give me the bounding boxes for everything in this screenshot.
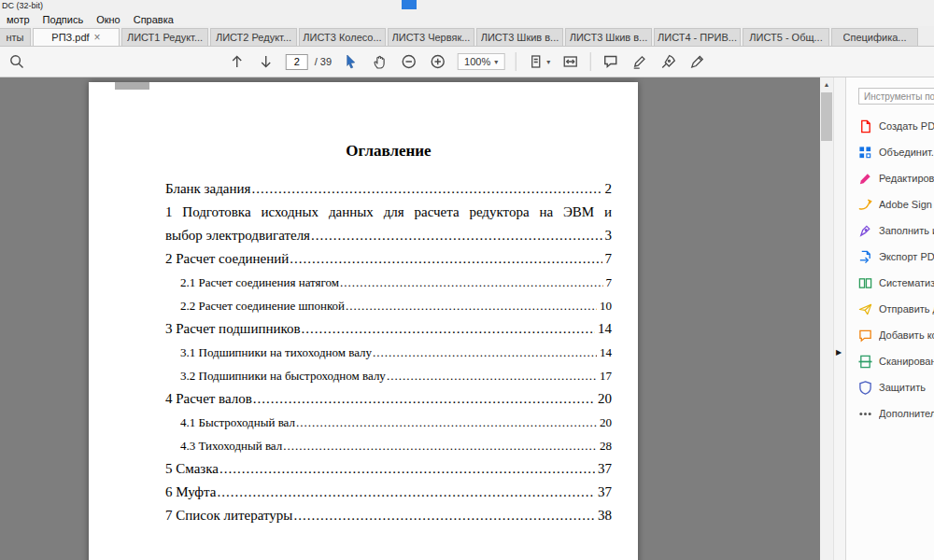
tool-item[interactable]: Сканирован...: [858, 348, 934, 374]
tools-search-input[interactable]: [858, 88, 934, 105]
zoom-in-icon[interactable]: [429, 52, 447, 71]
toc-entry-label: 3.1 Подшипники на тихоходном валу: [180, 341, 372, 364]
document-tab[interactable]: ЛИСТ2 Редукт...: [210, 28, 297, 47]
page-display-mode-dropdown[interactable]: ▾: [526, 52, 550, 71]
menu-item[interactable]: Окно: [90, 14, 127, 25]
tool-item[interactable]: Редактирова...: [858, 165, 934, 191]
document-tab[interactable]: ЛИСТ5 - Общ...: [743, 28, 829, 47]
select-tool-icon[interactable]: [342, 52, 361, 71]
document-tab[interactable]: ЛИСТ3 Червяк...: [388, 28, 474, 47]
toc-entry-row: 6 Муфта.................................…: [165, 481, 612, 504]
vertical-scrollbar[interactable]: ▲: [820, 77, 833, 560]
tab-label: РПЗ.pdf: [51, 32, 89, 43]
tool-item[interactable]: Добавить ко...: [858, 322, 934, 348]
document-tab[interactable]: ЛИСТ3 Шкив в...: [565, 28, 652, 47]
document-tab[interactable]: нты: [0, 28, 31, 47]
tab-label: ЛИСТ5 - Общ...: [749, 32, 822, 43]
document-tab[interactable]: ЛИСТ3 Колесо...: [299, 28, 386, 47]
toc-leader-dots: ........................................…: [219, 457, 595, 481]
tab-label: ЛИСТ3 Шкив в...: [481, 32, 559, 43]
document-heading: Оглавление: [165, 140, 612, 162]
tool-item[interactable]: Заполнить и...: [858, 217, 934, 244]
fill-sign-tool-icon[interactable]: [687, 52, 706, 71]
tool-item[interactable]: Дополнител...: [858, 400, 934, 427]
toc-entry-row: 3.2 Подшипники на быстроходном валу ....…: [180, 364, 612, 387]
sign-tool-icon[interactable]: [658, 52, 677, 71]
toc-entry-label: 4.1 Быстроходный вал: [180, 411, 295, 434]
toc-entry-label: 4.3 Тихоходный вал: [180, 434, 282, 457]
toc-page-number: 37: [596, 481, 612, 504]
document-tab[interactable]: Специфика...: [831, 28, 918, 47]
document-tab[interactable]: ЛИСТ1 Редукт...: [121, 28, 208, 47]
toc-entry: 1 Подготовка исходных данных для расчета…: [165, 201, 612, 247]
toc-leader-dots: ........................................…: [296, 411, 597, 434]
toc-entry: Бланк задания...........................…: [165, 177, 612, 201]
toolbar-divider: [515, 52, 516, 71]
previous-page-icon[interactable]: [228, 52, 247, 71]
comment-tool-icon[interactable]: [601, 52, 619, 71]
tool-label: Заполнить и...: [879, 225, 934, 236]
page-number-input[interactable]: [286, 54, 308, 70]
tool-item[interactable]: Создать PDF: [858, 113, 934, 139]
tab-label: ЛИСТ3 Шкив в...: [570, 32, 648, 43]
toc-entry-row: выбор электродвигателя..................…: [165, 224, 612, 247]
tool-label: Дополнител...: [879, 408, 934, 419]
highlight-tool-icon[interactable]: [630, 52, 648, 71]
toc-page-number: 17: [598, 364, 612, 387]
toc-entry-line1: 1 Подготовка исходных данных для расчета…: [165, 201, 612, 224]
tools-panel: Создать PDFОбъединит...Редактирова...Ado…: [845, 77, 934, 560]
toc-leader-dots: ........................................…: [346, 294, 597, 317]
tools-list: Создать PDFОбъединит...Редактирова...Ado…: [858, 113, 934, 427]
tool-item[interactable]: Защитить: [858, 374, 934, 400]
toc-page-number: 2: [603, 177, 613, 201]
zoom-out-icon[interactable]: [400, 52, 418, 71]
page-top-artifact: [115, 82, 149, 90]
tool-item[interactable]: Adobe Sign: [858, 191, 934, 217]
toc-entry-row: 2 Расчет соединений.....................…: [165, 247, 612, 271]
add-comment-icon: [858, 329, 872, 343]
toc-entry: 4.1 Быстроходный вал....................…: [165, 411, 612, 434]
combine-files-icon: [858, 146, 872, 160]
tool-item[interactable]: Объединит...: [858, 139, 934, 165]
toc-leader-dots: ........................................…: [373, 341, 597, 364]
toc-entry-row: 2.1 Расчет соединения натягом...........…: [180, 271, 612, 294]
tab-label: нты: [6, 32, 23, 43]
toc-leader-dots: ........................................…: [290, 247, 601, 271]
hand-tool-icon[interactable]: [371, 52, 389, 71]
fit-width-icon[interactable]: [560, 52, 579, 71]
document-tab[interactable]: РПЗ.pdf×: [33, 28, 120, 47]
search-icon[interactable]: [7, 52, 26, 71]
document-tab[interactable]: ЛИСТ3 Шкив в...: [476, 28, 563, 47]
toc-entry-row: 4.3 Тихоходный вал......................…: [180, 434, 612, 457]
titlebar-artifact: [402, 0, 417, 9]
menu-item[interactable]: Справка: [127, 14, 180, 25]
document-area: Оглавление Бланк задания................…: [0, 77, 820, 560]
toc-entry: 2.2 Расчет соединение шпонкой...........…: [165, 294, 612, 317]
toc-entry-row: 4 Расчет валов..........................…: [165, 387, 612, 411]
tool-item[interactable]: Систематизи...: [858, 270, 934, 296]
collapse-panel-icon[interactable]: ▶: [836, 348, 842, 357]
toc-entry: 3 Расчет подшипников....................…: [165, 317, 612, 341]
window-titlebar: DC (32-bit): [0, 0, 934, 12]
scroll-up-arrow-icon[interactable]: ▲: [820, 77, 833, 91]
toc-page-number: 14: [598, 341, 612, 364]
toolbar-divider: [589, 52, 590, 71]
toc-entry-label: 2.2 Расчет соединение шпонкой: [180, 294, 345, 317]
tool-item[interactable]: Экспорт PDF: [858, 244, 934, 270]
tab-label: ЛИСТ4 - ПРИВ...: [658, 32, 737, 43]
zoom-level-dropdown[interactable]: 100% ▾: [458, 53, 504, 70]
document-tab[interactable]: ЛИСТ4 - ПРИВ...: [654, 28, 741, 47]
menubar: мотрПодписьОкноСправка: [0, 12, 934, 26]
scrollbar-thumb[interactable]: [821, 92, 832, 141]
toc-entry-label: 6 Муфта: [165, 481, 216, 504]
next-page-icon[interactable]: [257, 52, 276, 71]
close-tab-icon[interactable]: ×: [94, 33, 101, 42]
toc-leader-dots: ........................................…: [217, 481, 595, 504]
tool-item[interactable]: Отправить д...: [858, 296, 934, 322]
toc-page-number: 10: [598, 294, 612, 317]
menu-item[interactable]: Подпись: [36, 14, 91, 25]
more-tools-icon: [858, 407, 872, 421]
menu-item[interactable]: мотр: [0, 14, 36, 25]
toc-entry: 6 Муфта.................................…: [165, 481, 612, 504]
tab-bar: нтыРПЗ.pdf×ЛИСТ1 Редукт...ЛИСТ2 Редукт..…: [0, 26, 934, 47]
